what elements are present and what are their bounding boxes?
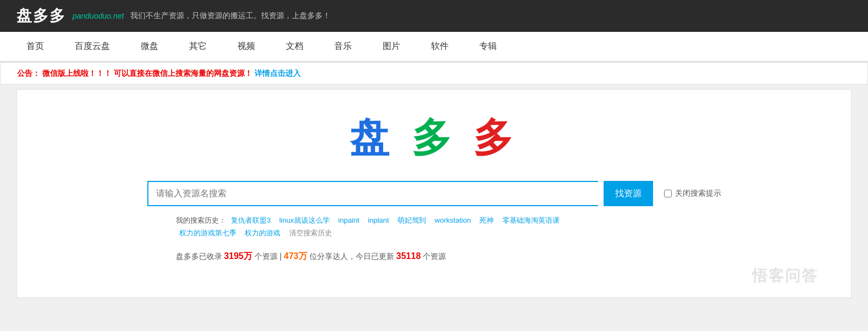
nav-item-music[interactable]: 音乐 [319,32,367,61]
nav-item-weipan[interactable]: 微盘 [125,32,174,61]
watermark: 悟客问答 [752,266,818,286]
nav-item-document[interactable]: 文档 [270,32,319,61]
close-suggestion-checkbox[interactable] [664,190,672,197]
search-button[interactable]: 找资源 [604,181,653,206]
main-nav: 首页 百度云盘 微盘 其它 视频 文档 音乐 图片 软件 专辑 [0,32,868,62]
search-input[interactable] [147,181,598,206]
header: 盘多多 panduoduo.net 我们不生产资源，只做资源的搬运工。找资源，上… [0,0,868,32]
stats-share-num: 473万 [284,251,307,261]
notice-bar: 公告： 微信版上线啦！！！ 可以直接在微信上搜索海量的网盘资源！ 详情点击进入 [0,62,868,85]
big-logo-text: 盘 多 多 [350,115,518,159]
history-item-4[interactable]: 萌妃驾到 [397,216,426,224]
site-domain: panduoduo.net [73,12,124,20]
stats-prefix: 盘多多已收录 [176,252,222,261]
nav-item-baidu-pan[interactable]: 百度云盘 [59,32,125,61]
logo-char-2: 多 [412,115,457,159]
search-area: 找资源 关闭搜索提示 我的搜索历史： 复仇者联盟3 linux就该这么学 inp… [28,181,840,262]
nav-item-video[interactable]: 视频 [222,32,270,61]
history-item-1[interactable]: linux就该这么学 [279,216,330,224]
history-item-9[interactable]: 权力的游戏 [245,229,280,237]
history-item-5[interactable]: workstation [435,216,471,224]
notice-text1: 微信版上线啦！！！ [42,69,112,78]
history-item-3[interactable]: inplant [368,216,389,224]
logo-char-1: 盘 [350,115,395,159]
stats: 盘多多已收录 3195万 个资源 | 473万 位分享达人，今日已更新 3511… [176,251,693,262]
search-history: 我的搜索历史： 复仇者联盟3 linux就该这么学 inpaint inplan… [176,214,693,240]
notice-text2: 可以直接在微信上搜索海量的网盘资源！ [114,69,252,78]
notice-label: 公告： [17,69,40,78]
notice-text: 公告： 微信版上线啦！！！ 可以直接在微信上搜索海量的网盘资源！ 详情点击进入 [17,69,301,78]
site-slogan: 我们不生产资源，只做资源的搬运工。找资源，上盘多多！ [130,11,330,21]
clear-history-button[interactable]: 清空搜索历史 [289,229,332,237]
history-item-6[interactable]: 死神 [479,216,494,224]
search-row: 找资源 关闭搜索提示 [147,181,721,206]
stats-total-num: 3195万 [224,251,252,261]
history-label: 我的搜索历史： [176,216,226,224]
logo-char-3: 多 [473,115,518,159]
nav-item-image[interactable]: 图片 [367,32,416,61]
search-option-label[interactable]: 关闭搜索提示 [664,189,721,198]
history-item-2[interactable]: inpaint [338,216,359,224]
nav-item-software[interactable]: 软件 [416,32,464,61]
nav-item-other[interactable]: 其它 [174,32,222,61]
stats-total-suffix: 个资源 | [255,252,284,261]
site-logo[interactable]: 盘多多 [16,5,66,26]
big-logo: 盘 多 多 [28,112,840,164]
notice-link[interactable]: 详情点击进入 [255,69,301,78]
history-item-8[interactable]: 权力的游戏第七季 [179,229,236,237]
history-item-7[interactable]: 零基础海淘英语课 [502,216,560,224]
history-item-0[interactable]: 复仇者联盟3 [231,216,270,224]
stats-today-num: 35118 [396,251,421,261]
nav-item-home[interactable]: 首页 [11,32,59,61]
main-content: 盘 多 多 找资源 关闭搜索提示 我的搜索历史： 复仇者联盟3 linux就该这… [16,89,852,298]
option-label-text: 关闭搜索提示 [675,189,721,198]
stats-share-suffix: 位分享达人，今日已更新 [309,252,394,261]
stats-today-suffix: 个资源 [423,252,446,261]
nav-item-album[interactable]: 专辑 [464,32,512,61]
